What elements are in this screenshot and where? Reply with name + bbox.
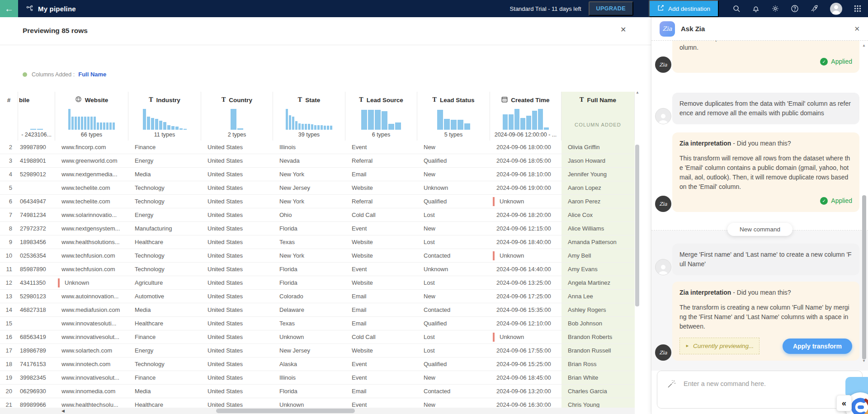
cell-num[interactable]: 8 — [0, 222, 18, 235]
cell-country[interactable]: United States — [201, 344, 273, 357]
cell-state[interactable]: New York — [273, 195, 345, 208]
cell-created[interactable]: 2024-09-06 14:40:00 — [490, 263, 561, 276]
cell-mobile[interactable]: 46827318 — [18, 303, 55, 316]
cell-lead_source[interactable]: Email — [345, 317, 417, 330]
histogram-lead_status[interactable] — [437, 108, 470, 130]
cell-country[interactable]: United States — [201, 263, 273, 276]
table-scroll-up-icon[interactable]: ▲ — [636, 90, 639, 94]
cell-country[interactable]: United States — [201, 290, 273, 303]
cell-created[interactable]: 2024-09-06 19:00:00 — [490, 181, 561, 194]
cell-industry[interactable]: Technology — [128, 195, 201, 208]
cell-created[interactable]: 2024-09-06 18:10:00 — [490, 168, 561, 181]
column-header-lead_status[interactable]: TLead Status — [417, 92, 490, 108]
cell-full_name[interactable]: Angela Martinez — [561, 276, 635, 289]
cell-full_name[interactable]: Jennifer Young — [561, 168, 635, 181]
histogram-website[interactable] — [68, 108, 115, 130]
cell-website[interactable]: www.mediafusion.com — [55, 303, 128, 316]
cell-industry[interactable]: Finance — [128, 141, 201, 154]
cell-lead_source[interactable]: Event — [345, 141, 417, 154]
cell-website[interactable]: www.fincorp.com — [55, 141, 128, 154]
cell-website[interactable]: www.techelite.com — [55, 181, 128, 194]
cell-lead_status[interactable]: Lost — [417, 330, 490, 343]
cell-lead_source[interactable]: Event — [345, 222, 417, 235]
chat-scroll-up-icon[interactable]: ▲ — [862, 43, 866, 47]
cell-country[interactable]: United States — [201, 235, 273, 249]
cell-created[interactable]: 2024-09-06 18:05:00 — [490, 154, 561, 167]
cell-lead_source[interactable]: Website — [345, 276, 417, 289]
cell-mobile[interactable]: 68563419 — [18, 330, 55, 343]
cell-mobile[interactable]: 18986789 — [18, 344, 55, 357]
cell-lead_status[interactable]: New — [417, 371, 490, 384]
cell-num[interactable]: 19 — [0, 371, 18, 384]
cell-website[interactable]: www.healthsolutions... — [55, 235, 128, 249]
cell-state[interactable]: Nevada — [273, 154, 345, 167]
cell-industry[interactable]: Energy — [128, 208, 201, 221]
cell-num[interactable]: 9 — [0, 235, 18, 249]
table-row[interactable]: 1185987890www.techfusion.comTechnologyUn… — [0, 263, 635, 276]
cell-full_name[interactable]: Brandon Russell — [561, 344, 635, 357]
cell-state[interactable]: Florida — [273, 222, 345, 235]
cell-full_name[interactable]: Anna Lee — [561, 290, 635, 303]
cell-country[interactable]: United States — [201, 141, 273, 154]
cell-lead_source[interactable]: Referral — [345, 154, 417, 167]
cell-mobile[interactable]: 41988901 — [18, 154, 55, 167]
cell-country[interactable]: United States — [201, 181, 273, 194]
cell-created[interactable]: 2024-09-06 13:25:00 — [490, 276, 561, 289]
cell-lead_source[interactable]: Email — [345, 168, 417, 181]
table-row[interactable]: 606434947www.techelite.comTechnologyUnit… — [0, 195, 635, 208]
columns-added-value[interactable]: Full Name — [78, 71, 106, 78]
cell-industry[interactable]: Technology — [128, 263, 201, 276]
cell-num[interactable]: 17 — [0, 344, 18, 357]
cell-created[interactable]: 2024-09-06 17:55:00 — [490, 344, 561, 357]
settings-gear-icon[interactable] — [771, 5, 779, 13]
cell-mobile[interactable]: 85987890 — [18, 263, 55, 276]
cell-industry[interactable]: Finance — [128, 371, 201, 384]
cell-country[interactable]: United States — [201, 249, 273, 262]
cell-num[interactable]: 15 — [0, 317, 18, 330]
table-row[interactable]: 1243411350UnknownAgricultureUnited State… — [0, 276, 635, 290]
cell-website[interactable]: www.greenworld.com — [55, 154, 128, 167]
cell-industry[interactable]: Media — [128, 168, 201, 181]
cell-lead_source[interactable]: Referral — [345, 195, 417, 208]
notifications-bell-icon[interactable] — [752, 5, 760, 13]
cell-industry[interactable]: Energy — [128, 344, 201, 357]
cell-country[interactable]: United States — [201, 330, 273, 343]
cell-num[interactable]: 3 — [0, 154, 18, 167]
cell-num[interactable]: 11 — [0, 263, 18, 276]
column-stats-num[interactable] — [0, 108, 18, 141]
cell-lead_status[interactable]: Unknown — [417, 181, 490, 194]
cell-website[interactable]: www.nextgenmedia... — [55, 168, 128, 181]
cell-state[interactable]: Florida — [273, 263, 345, 276]
cell-full_name[interactable]: Alice Cox — [561, 208, 635, 221]
column-stats-industry[interactable]: 11 types — [128, 108, 201, 141]
cell-industry[interactable]: Technology — [128, 249, 201, 262]
cell-state[interactable]: Alaska — [273, 358, 345, 371]
cell-industry[interactable]: Agriculture — [128, 276, 201, 289]
column-stats-mobile[interactable]: - 2423106... — [18, 108, 55, 141]
cell-num[interactable]: 13 — [0, 290, 18, 303]
cell-country[interactable]: United States — [201, 276, 273, 289]
cell-industry[interactable]: Media — [128, 385, 201, 398]
table-row[interactable]: 827972372www.nextgensystem...Manufacturi… — [0, 222, 635, 235]
table-row[interactable]: 918983456www.healthsolutions...Healthcar… — [0, 235, 635, 249]
back-button[interactable]: ← — [0, 0, 18, 17]
cell-state[interactable]: Florida — [273, 276, 345, 289]
cell-industry[interactable]: Manufacturing — [128, 222, 201, 235]
cell-full_name[interactable]: Brandon Roberts — [561, 330, 635, 343]
column-header-num[interactable]: # — [0, 92, 18, 108]
cell-state[interactable]: Ohio — [273, 208, 345, 221]
cell-mobile[interactable]: 74981234 — [18, 208, 55, 221]
cell-num[interactable]: 7 — [0, 208, 18, 221]
table-row[interactable]: 1939982345www.innovativesolut...FinanceU… — [0, 371, 635, 385]
cell-full_name[interactable]: Jason Howard — [561, 154, 635, 167]
cell-website[interactable]: www.techelite.com — [55, 195, 128, 208]
cell-industry[interactable]: Technology — [128, 358, 201, 371]
cell-num[interactable]: 16 — [0, 330, 18, 343]
cell-full_name[interactable]: Bob Johnson — [561, 317, 635, 330]
cell-country[interactable]: United States — [201, 371, 273, 384]
cell-industry[interactable]: Finance — [128, 330, 201, 343]
cell-num[interactable]: 6 — [0, 195, 18, 208]
cell-lead_status[interactable]: Qualified — [417, 195, 490, 208]
cell-industry[interactable]: Energy — [128, 154, 201, 167]
apps-grid-icon[interactable] — [854, 5, 862, 13]
